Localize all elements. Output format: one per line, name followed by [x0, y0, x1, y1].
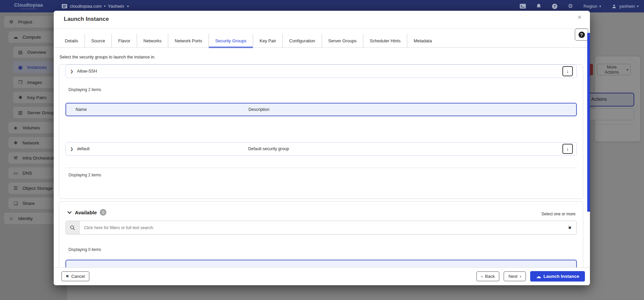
clear-search-icon[interactable]: ✖ [563, 221, 577, 234]
chevron-down-icon: ▾ [637, 4, 639, 8]
modal-scrollbar[interactable] [587, 33, 590, 212]
available-title: Available [75, 210, 97, 215]
brand-logo: Cloudtopiaa Your Cloud Partner [0, 0, 57, 12]
available-header[interactable]: Available 0 [67, 209, 106, 216]
cancel-button[interactable]: ✖ Cancel [61, 271, 89, 281]
user-name: yashwin [619, 4, 635, 9]
tab-details[interactable]: Details [58, 34, 85, 48]
chevron-left-icon: ‹ [481, 274, 482, 279]
breadcrumb-separator: • [104, 4, 106, 9]
wizard-tabs: Details Source Flavor Networks Network P… [58, 29, 570, 48]
next-button[interactable]: Next › [504, 271, 526, 281]
organization-icon [61, 3, 67, 9]
available-count-badge: 0 [100, 209, 106, 216]
description-column-header: Description [248, 107, 270, 112]
help-button[interactable]: ? [575, 29, 588, 41]
close-icon[interactable]: × [576, 13, 584, 22]
tab-networks[interactable]: Networks [137, 34, 168, 48]
tab-key-pair[interactable]: Key Pair [253, 34, 282, 48]
back-button[interactable]: ‹ Back [476, 271, 499, 281]
filter-search-input[interactable] [80, 221, 563, 234]
tab-network-ports[interactable]: Network Ports [168, 34, 209, 48]
security-group-row[interactable]: ❯ default Default security group ↓ [65, 142, 577, 156]
tab-flavor[interactable]: Flavor [111, 34, 137, 48]
settings-gear-icon[interactable]: ⚙ [567, 3, 573, 9]
allocated-displaying-top: Displaying 2 items [68, 87, 101, 92]
available-table-header [65, 260, 577, 268]
security-group-name: default [77, 146, 90, 151]
x-icon: ✖ [66, 274, 69, 278]
tab-security-groups[interactable]: Security Groups [209, 34, 253, 48]
available-displaying: Displaying 0 items [68, 247, 101, 252]
chevron-right-icon[interactable]: ❯ [70, 69, 73, 74]
security-group-row[interactable]: ❯ Allow-SSH ↓ [65, 65, 577, 78]
wizard-nav-buttons: ‹ Back Next › ☁ Launch Instance [476, 271, 585, 282]
allocated-table-header: Name Description [65, 103, 577, 116]
launch-instance-modal: Launch Instance × Details Source Flavor … [54, 11, 590, 285]
user-icon [611, 3, 617, 9]
terminal-icon[interactable] [520, 3, 526, 9]
tab-scheduler-hints[interactable]: Scheduler Hints [363, 34, 407, 48]
chevron-right-icon: › [520, 274, 521, 279]
chevron-right-icon[interactable]: ❯ [70, 147, 73, 151]
modal-footer: ✖ Cancel ‹ Back Next › ☁ Launch Instance [54, 267, 590, 285]
breadcrumb-user: Yashwin [108, 4, 124, 9]
chevron-down-icon: ▾ [127, 4, 129, 8]
security-group-description: Default security group [248, 146, 289, 151]
tab-configuration[interactable]: Configuration [282, 34, 321, 48]
search-icon [66, 221, 80, 234]
divider [65, 168, 577, 168]
chevron-down-icon [67, 211, 72, 214]
security-groups-step: Select the security groups to launch the… [54, 48, 590, 268]
user-menu[interactable]: yashwin ▾ [611, 3, 639, 9]
brand-tagline: Your Cloud Partner [20, 8, 37, 10]
help-icon[interactable]: ? [552, 4, 557, 9]
brand-name: Cloudtopiaa [14, 3, 43, 7]
tab-metadata[interactable]: Metadata [407, 34, 438, 48]
filter-search-bar: ✖ [65, 221, 577, 234]
deallocate-arrow-button[interactable]: ↓ [562, 144, 573, 154]
bell-icon[interactable] [536, 3, 542, 9]
allocated-panel: Allocated 2 Displaying 2 items Name Desc… [59, 64, 583, 199]
deallocate-arrow-button[interactable]: ↓ [562, 66, 573, 76]
modal-title: Launch Instance [64, 16, 109, 23]
tab-source[interactable]: Source [85, 34, 111, 48]
launch-instance-button[interactable]: ☁ Launch Instance [530, 271, 585, 282]
select-hint: Select one or more [542, 212, 576, 216]
question-circle-icon: ? [579, 32, 585, 38]
chevron-down-icon: ▾ [599, 4, 601, 8]
name-column-header: Name [76, 107, 87, 112]
cloud-upload-icon: ☁ [536, 273, 541, 280]
breadcrumb-project: cloudtopiaa.com [70, 4, 102, 9]
available-panel: Available 0 Select one or more ✖ Display… [59, 201, 583, 268]
screen: Cloudtopiaa Your Cloud Partner cloudtopi… [0, 0, 644, 300]
step-description: Select the security groups to launch the… [59, 55, 155, 59]
region-menu[interactable]: Region ▾ [584, 4, 601, 9]
security-group-name: Allow-SSH [77, 69, 97, 74]
allocated-displaying-bottom: Displaying 2 items [68, 173, 101, 177]
tab-server-groups[interactable]: Server Groups [322, 34, 363, 48]
